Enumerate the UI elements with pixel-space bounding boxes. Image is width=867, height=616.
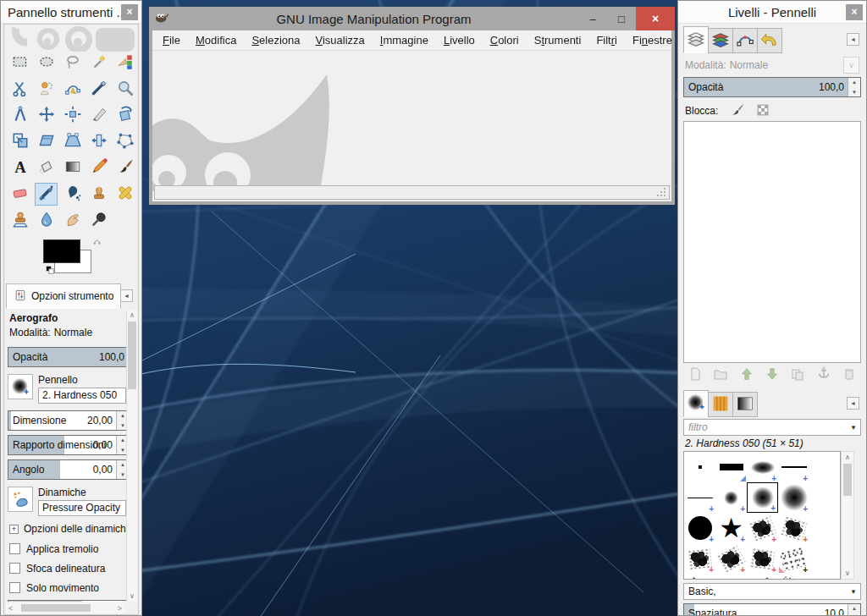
brush-thumbnail[interactable]: + bbox=[747, 452, 778, 482]
new-layer-group-button[interactable] bbox=[710, 366, 731, 383]
layer-opacity-spinner[interactable]: ▲▼ bbox=[848, 78, 860, 96]
heal-tool[interactable] bbox=[113, 183, 136, 206]
paths-tool[interactable] bbox=[61, 78, 84, 101]
measure-tool[interactable] bbox=[8, 104, 31, 127]
brush-scroll-thumb[interactable] bbox=[843, 464, 852, 496]
tab-brushes[interactable] bbox=[683, 390, 709, 417]
brush-thumbnail[interactable]: + bbox=[684, 574, 715, 580]
aspect-ratio-slider[interactable]: Rapporto dimensioni 0,00 ▲▼ bbox=[8, 435, 128, 455]
brush-thumbnail[interactable] bbox=[684, 452, 715, 482]
menu-strumenti[interactable]: Strumenti bbox=[527, 31, 589, 49]
opacity-slider[interactable]: Opacità 100,0 ▲▼ bbox=[8, 347, 128, 367]
bucket-fill-tool[interactable] bbox=[35, 157, 58, 179]
close-button[interactable]: × bbox=[636, 7, 675, 30]
paintbrush-tool[interactable] bbox=[113, 157, 136, 179]
select-by-color-tool[interactable] bbox=[113, 52, 136, 74]
rate-slider[interactable]: Frequenza 80,0 ▲▼ bbox=[8, 600, 128, 602]
tab-paths[interactable] bbox=[732, 28, 758, 53]
filter-dropdown-icon[interactable]: ▼ bbox=[850, 424, 857, 432]
brush-thumbnail[interactable]: + bbox=[778, 513, 809, 543]
menu-seleziona[interactable]: Seleziona bbox=[244, 31, 307, 49]
clone-tool[interactable] bbox=[87, 183, 110, 206]
free-select-tool[interactable] bbox=[61, 52, 84, 74]
menu-visualizza[interactable]: Visualizza bbox=[308, 31, 373, 49]
angle-slider[interactable]: Angolo 0,00 ▲▼ bbox=[8, 459, 128, 480]
menu-finestre[interactable]: Finestre bbox=[625, 31, 680, 49]
size-slider[interactable]: Dimensione 20,00 ▲▼ bbox=[8, 410, 128, 431]
fuzzy-select-tool[interactable] bbox=[87, 52, 110, 74]
resize-grip[interactable] bbox=[664, 195, 665, 196]
layer-opacity-slider[interactable]: Opacità 100,0 ▲▼ bbox=[683, 77, 861, 97]
brush-thumbnail[interactable] bbox=[715, 452, 747, 482]
scroll-left-icon[interactable]: < bbox=[8, 604, 13, 613]
brush-thumbnail[interactable]: ★+ bbox=[715, 513, 747, 543]
rectangle-select-tool[interactable] bbox=[8, 52, 31, 74]
layer-mode-dropdown[interactable]: ∨ bbox=[843, 57, 859, 74]
lock-pixels-icon[interactable] bbox=[730, 102, 745, 120]
apply-jitter-checkbox[interactable] bbox=[9, 543, 20, 554]
brush-thumbnail[interactable]: + bbox=[778, 574, 809, 580]
default-colors-icon[interactable] bbox=[45, 265, 55, 278]
gradient-tool[interactable] bbox=[61, 157, 84, 179]
vscroll-thumb[interactable] bbox=[128, 322, 136, 389]
tool-mode-row[interactable]: Modalità:Normale bbox=[9, 327, 128, 342]
tab-layers[interactable] bbox=[683, 26, 709, 53]
brush-preview-icon[interactable] bbox=[8, 374, 33, 399]
main-title-bar[interactable]: GNU Image Manipulation Program – □ × bbox=[149, 7, 675, 30]
lower-layer-button[interactable] bbox=[762, 366, 782, 383]
brush-thumbnail[interactable]: + bbox=[747, 543, 778, 574]
brush-thumbnail[interactable]: + bbox=[715, 543, 747, 574]
scroll-down-icon[interactable]: ∨ bbox=[130, 592, 135, 600]
rotate-tool[interactable] bbox=[113, 104, 136, 127]
brush-thumbnail[interactable]: + bbox=[684, 543, 715, 574]
blur-sharpen-tool[interactable] bbox=[35, 209, 58, 232]
swap-colors-icon[interactable] bbox=[92, 236, 104, 250]
scroll-up-icon[interactable]: ∧ bbox=[845, 454, 850, 461]
dodge-burn-tool[interactable] bbox=[87, 209, 110, 232]
brush-thumbnail[interactable]: + bbox=[747, 513, 778, 543]
foreground-color-swatch[interactable] bbox=[43, 239, 80, 263]
tab-gradients[interactable] bbox=[732, 392, 758, 417]
brush-thumbnail[interactable]: + bbox=[778, 482, 809, 513]
toolbox-collapse-button[interactable]: ◄ bbox=[120, 289, 133, 302]
brush-thumbnail[interactable]: + bbox=[684, 513, 715, 543]
scroll-down-icon[interactable]: ∨ bbox=[845, 569, 850, 577]
ink-tool[interactable] bbox=[61, 183, 84, 206]
brushes-collapse-button[interactable]: ◄ bbox=[847, 397, 859, 410]
anchor-layer-button[interactable] bbox=[814, 366, 834, 383]
menu-immagine[interactable]: Immagine bbox=[373, 31, 436, 49]
brush-thumbnail[interactable]: + bbox=[747, 574, 778, 580]
motion-only-checkbox[interactable] bbox=[9, 582, 20, 593]
layers-list[interactable] bbox=[683, 121, 861, 363]
dynamics-icon[interactable] bbox=[8, 487, 33, 512]
airbrush-tool[interactable] bbox=[35, 183, 58, 206]
text-tool[interactable]: A bbox=[8, 157, 31, 179]
foreground-select-tool[interactable] bbox=[35, 78, 58, 101]
br ush-name-field[interactable]: 2. Hardness 050 bbox=[38, 388, 126, 404]
dock-title-bar[interactable]: Livelli - Pennelli bbox=[678, 1, 866, 24]
tool-options-tab[interactable]: Opzioni strumento bbox=[6, 283, 121, 309]
brush-tag-box[interactable]: Basic, ▼ bbox=[683, 583, 861, 600]
cage-transform-tool[interactable] bbox=[113, 130, 136, 153]
tab-patterns[interactable] bbox=[708, 392, 733, 417]
menu-livello[interactable]: Livello bbox=[436, 31, 483, 49]
hscroll-thumb[interactable] bbox=[21, 604, 91, 612]
shear-tool[interactable] bbox=[35, 130, 58, 153]
brush-grid-scrollbar[interactable]: ∧ ∨ bbox=[841, 451, 854, 580]
brush-thumbnail[interactable]: + bbox=[747, 482, 778, 513]
perspective-clone-tool[interactable] bbox=[8, 209, 31, 232]
smudge-tool[interactable] bbox=[61, 209, 84, 232]
menu-modifica[interactable]: Modifica bbox=[188, 31, 244, 49]
menu-colori[interactable]: Colori bbox=[483, 31, 527, 49]
flip-tool[interactable] bbox=[87, 130, 110, 153]
crop-tool[interactable] bbox=[87, 104, 110, 127]
ellipse-select-tool[interactable] bbox=[35, 52, 58, 74]
perspective-tool[interactable] bbox=[61, 130, 84, 153]
menu-file[interactable]: File bbox=[155, 31, 188, 49]
new-layer-button[interactable] bbox=[685, 366, 705, 383]
brush-thumbnail[interactable]: + bbox=[778, 543, 809, 574]
dynamics-options-expander[interactable]: + Opzioni delle dinamiche bbox=[9, 523, 128, 535]
brush-thumbnail[interactable]: + bbox=[715, 574, 747, 580]
maximize-button[interactable]: □ bbox=[607, 7, 636, 30]
move-tool[interactable] bbox=[35, 104, 58, 127]
